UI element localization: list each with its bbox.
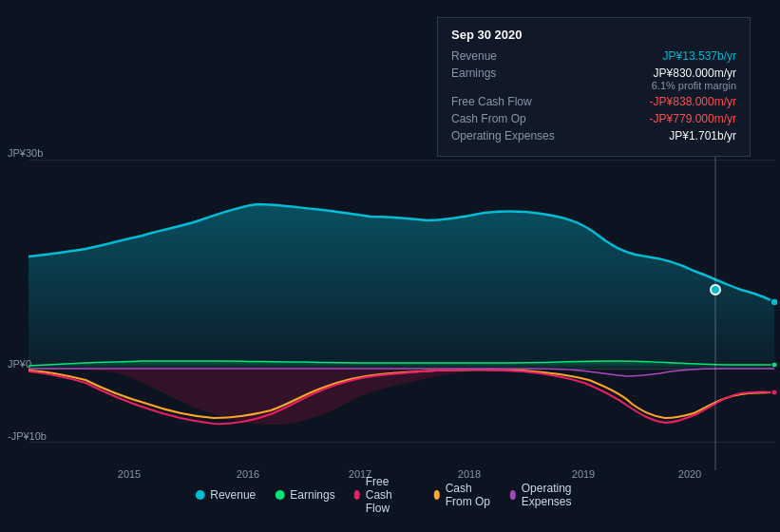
x-label-2020: 2020 <box>678 468 701 480</box>
legend-dot-cfo <box>434 490 440 500</box>
tooltip-opex-row: Operating Expenses JP¥1.701b/yr <box>451 129 736 142</box>
tooltip-fcf-row: Free Cash Flow -JP¥838.000m/yr <box>451 95 736 108</box>
legend-label-opex: Operating Expenses <box>522 482 585 508</box>
tooltip-cfo-value: -JP¥779.000m/yr <box>650 112 736 125</box>
tooltip-revenue-value: JP¥13.537b/yr <box>663 49 736 63</box>
tooltip-revenue-row: Revenue JP¥13.537b/yr <box>451 49 736 63</box>
tooltip-opex-value: JP¥1.701b/yr <box>669 129 736 142</box>
edge-dot-fcf <box>771 390 777 395</box>
edge-dot-earnings <box>771 362 777 368</box>
tooltip-date: Sep 30 2020 <box>451 28 736 42</box>
tooltip-fcf-value: -JP¥838.000m/yr <box>650 95 736 108</box>
legend-label-fcf: Free Cash Flow <box>366 475 415 515</box>
tooltip-cfo-row: Cash From Op -JP¥779.000m/yr <box>451 112 736 125</box>
tooltip-cfo-label: Cash From Op <box>451 112 565 125</box>
legend-dot-fcf <box>354 490 360 500</box>
legend-dot-revenue <box>195 490 204 500</box>
cursor-dot-revenue <box>711 285 720 294</box>
tooltip-earnings-row: Earnings JP¥830.000m/yr 6.1% profit marg… <box>451 66 736 91</box>
chart-container: Sep 30 2020 Revenue JP¥13.537b/yr Earnin… <box>0 0 780 532</box>
legend-label-earnings: Earnings <box>290 488 334 502</box>
tooltip-box: Sep 30 2020 Revenue JP¥13.537b/yr Earnin… <box>437 17 751 157</box>
tooltip-earnings-value: JP¥830.000m/yr <box>652 66 736 80</box>
tooltip-fcf-label: Free Cash Flow <box>451 95 565 108</box>
legend-fcf[interactable]: Free Cash Flow <box>354 475 415 515</box>
tooltip-revenue-label: Revenue <box>451 49 565 63</box>
tooltip-earnings-label: Earnings <box>451 66 565 80</box>
legend-revenue[interactable]: Revenue <box>195 488 256 502</box>
legend-dot-earnings <box>275 490 284 500</box>
legend-label-cfo: Cash From Op <box>446 482 491 508</box>
edge-dot-revenue <box>770 298 778 306</box>
tooltip-profit-margin: 6.1% profit margin <box>652 80 736 91</box>
tooltip-opex-label: Operating Expenses <box>451 129 565 142</box>
legend-cfo[interactable]: Cash From Op <box>434 482 491 508</box>
chart-legend: Revenue Earnings Free Cash Flow Cash Fro… <box>195 475 585 515</box>
x-label-2015: 2015 <box>118 468 141 480</box>
legend-dot-opex <box>510 490 516 500</box>
legend-earnings[interactable]: Earnings <box>275 488 334 502</box>
legend-label-revenue: Revenue <box>210 488 256 502</box>
legend-opex[interactable]: Operating Expenses <box>510 482 585 508</box>
